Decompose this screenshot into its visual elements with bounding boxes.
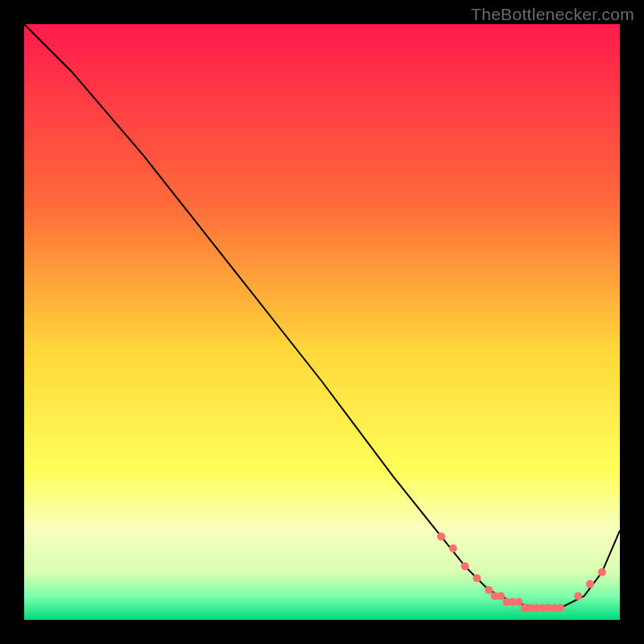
marker-dot xyxy=(586,580,594,588)
chart-svg xyxy=(24,24,620,620)
marker-dot xyxy=(556,604,564,612)
watermark-text: TheBottlenecker.com xyxy=(471,5,634,24)
marker-dot xyxy=(437,532,445,540)
marker-dot xyxy=(485,586,493,594)
plot-area xyxy=(24,24,620,620)
marker-dot xyxy=(461,562,469,570)
marker-dot xyxy=(514,598,522,606)
marker-dot xyxy=(449,544,457,552)
marker-dot xyxy=(497,592,505,600)
gradient-background xyxy=(24,24,620,620)
marker-dot xyxy=(598,568,606,576)
marker-dot xyxy=(574,592,582,600)
marker-dot xyxy=(473,574,481,582)
chart-container: TheBottlenecker.com xyxy=(0,0,644,644)
